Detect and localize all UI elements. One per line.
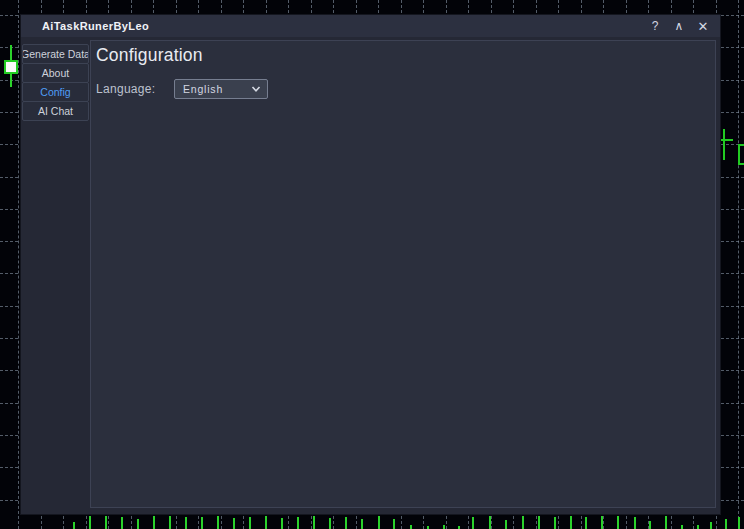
candle-wick xyxy=(601,516,603,529)
titlebar[interactable]: AiTaskRunerByLeo ? ∧ ✕ xyxy=(21,15,720,37)
candle-wick xyxy=(105,516,107,529)
candle-wick xyxy=(217,516,219,529)
language-row: Language: English xyxy=(96,79,268,99)
left-candle-body xyxy=(4,60,18,74)
candle-wick xyxy=(472,517,474,529)
help-button[interactable]: ? xyxy=(646,17,664,35)
candle-wick xyxy=(281,518,283,529)
sidebar-item-config[interactable]: Config xyxy=(22,82,89,102)
candle-wick xyxy=(233,518,235,529)
candle-wick xyxy=(634,517,636,529)
candle-wick xyxy=(410,525,412,529)
candle-wick xyxy=(73,522,75,529)
candle-wick xyxy=(649,521,651,529)
right-partial-candle-body xyxy=(738,144,744,165)
desktop-chart-background: AiTaskRunerByLeo ? ∧ ✕ Generate DataAbou… xyxy=(0,0,744,529)
candle-wick xyxy=(201,517,203,529)
right-doji-wick xyxy=(723,129,725,160)
candle-wick xyxy=(249,517,251,529)
language-label: Language: xyxy=(96,82,174,96)
candle-wick xyxy=(665,516,667,529)
candle-wick xyxy=(570,516,572,529)
candle-wick xyxy=(297,517,299,529)
collapse-button[interactable]: ∧ xyxy=(670,17,688,35)
close-button[interactable]: ✕ xyxy=(694,17,712,35)
candle-wick xyxy=(585,517,587,529)
candle-wick xyxy=(121,517,123,529)
candle-wick xyxy=(681,525,683,529)
candle-wick xyxy=(329,518,331,529)
candle-wick xyxy=(617,516,619,529)
page-title: Configuration xyxy=(96,45,203,66)
candle-wick xyxy=(554,517,556,529)
sidebar-item-ai-chat[interactable]: AI Chat xyxy=(22,101,89,121)
candle-wick xyxy=(738,517,740,529)
candle-wick xyxy=(185,517,187,529)
candle-wick xyxy=(393,519,395,529)
candle-wick xyxy=(265,516,267,529)
language-selected-value: English xyxy=(183,83,251,95)
app-window: AiTaskRunerByLeo ? ∧ ✕ Generate DataAbou… xyxy=(21,15,720,514)
candle-wick xyxy=(522,516,524,529)
sidebar-nav: Generate DataAboutConfigAI Chat xyxy=(22,44,89,121)
sidebar-item-generate-data[interactable]: Generate Data xyxy=(22,44,89,64)
chevron-down-icon xyxy=(251,84,261,94)
candle-wick xyxy=(710,522,712,529)
window-controls: ? ∧ ✕ xyxy=(646,17,720,35)
candle-wick xyxy=(505,520,507,529)
candle-wick xyxy=(697,525,699,529)
candle-wick xyxy=(361,519,363,529)
candle-wick xyxy=(489,516,491,529)
content-panel: Configuration Language: English xyxy=(90,40,716,508)
candle-wick xyxy=(153,516,155,529)
candle-wick xyxy=(137,519,139,529)
candle-wick xyxy=(725,519,727,529)
candle-wick xyxy=(443,525,445,529)
window-title: AiTaskRunerByLeo xyxy=(21,20,149,32)
candle-wick xyxy=(378,516,380,529)
candle-wick xyxy=(313,516,315,529)
candle-wick xyxy=(89,516,91,529)
candle-wick xyxy=(538,516,540,529)
sidebar-item-about[interactable]: About xyxy=(22,63,89,83)
candle-wick xyxy=(345,517,347,529)
candle-wick xyxy=(169,516,171,529)
language-select[interactable]: English xyxy=(174,79,268,99)
